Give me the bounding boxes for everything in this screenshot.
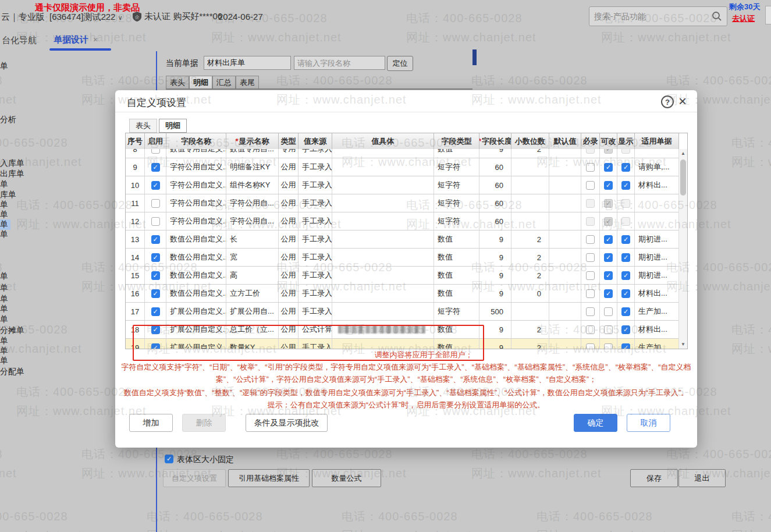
ok-button[interactable]: 确定 <box>574 414 617 432</box>
sidebar-item[interactable]: 分析 <box>0 115 16 125</box>
help-icon[interactable]: ? <box>661 95 674 108</box>
table-row[interactable]: 19✓扩展公用自定义...数量KY公用手工录入数值92✓生产加... <box>126 339 679 349</box>
editable-checkbox[interactable]: ✓ <box>604 235 613 244</box>
section-tab-detail[interactable]: 明细 <box>189 76 212 89</box>
visible-checkbox[interactable]: ✓ <box>621 271 630 280</box>
table-row[interactable]: 10✓字符公用自定义...组件名称KY公用手工录入短字符60✓✓材料出... <box>126 176 679 194</box>
enable-checkbox[interactable]: ✓ <box>151 181 160 190</box>
close-icon[interactable]: × <box>678 93 687 109</box>
visible-checkbox[interactable] <box>621 199 630 208</box>
add-button[interactable]: 增加 <box>129 414 173 432</box>
exit-button[interactable]: 退出 <box>678 469 726 487</box>
scrollbar-thumb[interactable] <box>680 159 686 196</box>
splitter-handle[interactable] <box>472 49 477 65</box>
ref-basic-archive-attr-button[interactable]: 引用基础档案属性 <box>228 469 310 487</box>
account-selector[interactable]: [636474]测试222∨ <box>49 12 122 23</box>
editable-checkbox[interactable] <box>604 307 613 316</box>
table-row[interactable]: 12字符公用自定义...字符公用自...公用手工录入短字符60✓ <box>126 212 679 230</box>
field-name-input[interactable] <box>294 56 385 70</box>
save-button[interactable]: 保存 <box>630 469 678 487</box>
delete-button[interactable]: 删除 <box>182 414 226 432</box>
sidebar-item[interactable]: 分摊单 <box>0 325 24 336</box>
search-input[interactable] <box>589 12 712 21</box>
required-checkbox[interactable] <box>586 343 595 349</box>
visible-checkbox[interactable]: ✓ <box>621 289 630 298</box>
sidebar-item[interactable]: 单 <box>0 346 8 356</box>
current-doc-input[interactable] <box>204 56 291 70</box>
enable-checkbox[interactable] <box>151 199 160 208</box>
required-checkbox[interactable] <box>586 289 595 298</box>
custom-item-settings-button[interactable]: 自定义项设置 <box>163 469 226 487</box>
required-checkbox[interactable] <box>586 149 595 154</box>
table-scrollbar[interactable]: ▲ ▼ <box>678 149 687 349</box>
sidebar-item[interactable]: 出库单 <box>0 169 24 179</box>
editable-checkbox[interactable]: ✓ <box>604 199 613 208</box>
visible-checkbox[interactable]: ✓ <box>621 325 630 334</box>
table-row[interactable]: 16✓数值公用自定义...立方工价公用手工录入数值90✓✓材料出... <box>126 285 679 303</box>
edge-button-partial[interactable] <box>765 6 771 24</box>
fix-size-checkbox[interactable]: ✓ <box>165 455 173 463</box>
sidebar-item[interactable]: 分配单 <box>0 367 24 377</box>
sidebar-item[interactable]: 单 <box>0 219 10 230</box>
enable-checkbox[interactable]: ✓ <box>151 289 160 298</box>
sidebar-item[interactable]: 单 <box>0 336 8 346</box>
scroll-down-icon[interactable]: ▼ <box>679 340 687 349</box>
table-row[interactable]: 13✓数值公用自定义...长公用手工录入数值92✓✓期初进... <box>126 230 679 249</box>
go-authenticate-link[interactable]: 去认证 <box>732 13 755 24</box>
required-checkbox[interactable] <box>586 199 595 208</box>
required-checkbox[interactable] <box>586 235 595 244</box>
sidebar-item[interactable]: 单 <box>0 179 8 190</box>
sidebar-item[interactable]: 单 <box>0 283 8 293</box>
visible-checkbox[interactable]: ✓ <box>621 181 630 190</box>
dialog-tab-header[interactable]: 表头 <box>129 119 157 133</box>
section-tab-header[interactable]: 表头 <box>166 76 189 89</box>
visible-checkbox[interactable]: ✓ <box>621 235 630 244</box>
editable-checkbox[interactable] <box>604 343 613 349</box>
editable-checkbox[interactable]: ✓ <box>604 149 613 154</box>
dialog-tab-detail[interactable]: 明细 <box>159 119 187 133</box>
required-checkbox[interactable] <box>586 253 595 262</box>
visible-checkbox[interactable]: ✓ <box>621 343 630 349</box>
table-row[interactable]: 18✓扩展公用自定义...总工价（立...公用公式计算数值92✓材料出... <box>126 321 679 339</box>
enable-checkbox[interactable]: ✓ <box>151 325 160 334</box>
required-checkbox[interactable] <box>586 307 595 316</box>
required-checkbox[interactable] <box>586 271 595 280</box>
editable-checkbox[interactable]: ✓ <box>604 217 613 226</box>
close-tab-icon[interactable]: × <box>93 35 98 44</box>
editable-checkbox[interactable]: ✓ <box>604 289 613 298</box>
required-checkbox[interactable] <box>586 181 595 190</box>
enable-checkbox[interactable]: ✓ <box>151 253 160 262</box>
required-checkbox[interactable] <box>586 163 595 172</box>
sidebar-item[interactable]: 单 <box>0 356 8 366</box>
table-row[interactable]: 11字符公用自定义...字符公用自...公用手工录入短字符60✓ <box>126 194 679 212</box>
sidebar-item[interactable]: 单 <box>0 210 8 220</box>
editable-checkbox[interactable]: ✓ <box>604 253 613 262</box>
sidebar-item[interactable]: 单 <box>0 200 8 210</box>
enable-checkbox[interactable] <box>151 217 160 226</box>
enable-checkbox[interactable] <box>151 149 160 154</box>
sidebar-item[interactable]: 单 <box>0 61 8 72</box>
visible-checkbox[interactable]: ✓ <box>621 163 630 172</box>
quantity-formula-button[interactable]: 数量公式 <box>312 469 381 487</box>
section-tab-footer[interactable]: 表尾 <box>236 76 259 89</box>
required-checkbox[interactable] <box>586 217 595 226</box>
enable-checkbox[interactable]: ✓ <box>151 163 160 172</box>
editable-checkbox[interactable] <box>604 325 613 334</box>
required-checkbox[interactable] <box>586 325 595 334</box>
visible-checkbox[interactable]: ✓ <box>621 253 630 262</box>
search-icon[interactable] <box>712 11 722 22</box>
tab-doc-design[interactable]: 单据设计× <box>54 34 98 45</box>
visible-checkbox[interactable]: ✓ <box>621 307 630 316</box>
visible-checkbox[interactable] <box>621 149 630 154</box>
table-row[interactable]: 14✓数值公用自定义...宽公用手工录入数值92✓✓期初进... <box>126 249 679 267</box>
visible-checkbox[interactable] <box>621 217 630 226</box>
table-row[interactable]: 9✓字符公用自定义...明细备注KY公用手工录入短字符60✓✓请购单,... <box>126 158 679 176</box>
enable-checkbox[interactable]: ✓ <box>151 307 160 316</box>
sidebar-item[interactable]: 单 <box>0 294 8 304</box>
locate-button[interactable]: 定位 <box>387 56 413 71</box>
enable-checkbox[interactable]: ✓ <box>151 271 160 280</box>
tab-nav-guide[interactable]: 台化导航 <box>2 35 37 46</box>
table-row[interactable]: 17✓扩展公用自定义...扩展公用自...公用手工录入短字符500✓生产加... <box>126 303 679 321</box>
table-row[interactable]: 8数值专用自定义...数值专用自...专用手工录入数值92✓ <box>126 149 679 158</box>
cancel-button[interactable]: 取消 <box>627 414 670 432</box>
